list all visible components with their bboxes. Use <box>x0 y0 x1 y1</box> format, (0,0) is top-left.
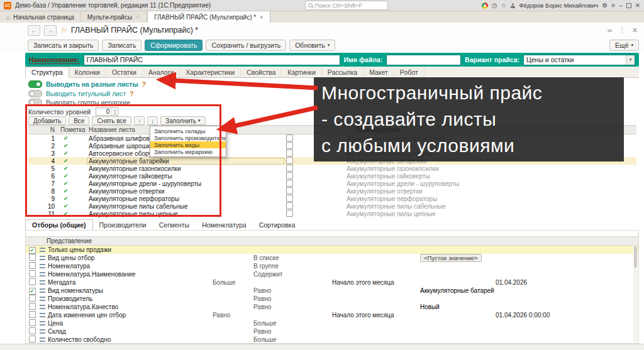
file-name-input[interactable] <box>386 55 461 65</box>
menu-item[interactable]: Заполнить виды <box>150 141 226 148</box>
save-close-button[interactable]: Записать и закрыть <box>28 40 99 51</box>
hint-question-icon[interactable]: ? <box>142 81 146 88</box>
row-check-icon[interactable]: ✔ <box>58 211 87 217</box>
checkbox-empty[interactable] <box>286 172 293 179</box>
filter-tab[interactable]: Отборы (общие) <box>25 219 93 231</box>
filter-checkbox[interactable] <box>29 295 36 302</box>
checkbox-empty[interactable] <box>286 195 293 202</box>
filter-checkbox[interactable] <box>29 311 36 318</box>
filter-checkbox[interactable]: ✔ <box>29 247 36 254</box>
add-row-button[interactable]: Добавить <box>28 116 66 125</box>
filter-row[interactable]: СкладРавно <box>26 327 638 336</box>
forward-button[interactable]: → <box>44 25 57 36</box>
generate-button[interactable]: Сформировать <box>145 40 203 51</box>
update-status-icon[interactable] <box>482 3 488 9</box>
levels-value[interactable]: 0 <box>96 108 111 115</box>
more-kebab-icon[interactable]: ⋮ <box>619 26 626 35</box>
service-menu-icon[interactable]: ≡ <box>611 3 615 9</box>
menu-item[interactable]: Заполнить производителей <box>150 134 226 141</box>
row-check-icon[interactable]: ✔ <box>58 158 87 164</box>
filter-checkbox[interactable] <box>29 270 36 277</box>
menu-item[interactable]: Заполнить иерархию <box>150 148 226 155</box>
row-check-icon[interactable]: ✔ <box>58 150 87 156</box>
form-tab[interactable]: Макет <box>364 67 394 77</box>
filter-checkbox[interactable] <box>29 319 36 326</box>
maximize-button[interactable] <box>626 3 631 8</box>
col-header-mark[interactable]: Пометка <box>58 126 87 133</box>
row-check-icon[interactable]: ✔ <box>58 135 87 141</box>
close-tab-icon[interactable]: ✕ <box>259 14 264 20</box>
checkbox-empty[interactable] <box>286 134 293 141</box>
table-row[interactable]: 6✔Аккумуляторные гайковертыАккумуляторны… <box>28 172 636 180</box>
stepper-arrows-icon[interactable]: ▲▼ <box>111 108 118 115</box>
form-tab[interactable]: Остатки <box>106 67 143 77</box>
levels-stepper[interactable]: 0 ▲▼ <box>96 107 118 116</box>
row-check-icon[interactable]: ✔ <box>58 188 87 194</box>
filter-row[interactable]: Номенклатура.КачествоРавноНовый <box>26 303 638 311</box>
checkbox-empty[interactable] <box>286 210 293 217</box>
checkbox-empty[interactable] <box>286 187 293 194</box>
more-button[interactable]: Ещё▾ <box>609 40 639 51</box>
filter-checkbox[interactable] <box>29 303 36 310</box>
pin-star-icon[interactable]: ☆ <box>135 14 140 20</box>
filter-tab[interactable]: Сортировка <box>253 220 302 230</box>
row-check-icon[interactable]: ✔ <box>58 143 87 149</box>
checkbox-empty[interactable] <box>286 202 293 209</box>
sheet-name-cell[interactable]: Аккумуляторные перфораторы <box>87 195 284 202</box>
global-search-input[interactable]: Поиск Ctrl+Shift+F <box>305 1 388 10</box>
sheet-name-cell[interactable]: Аккумуляторные отвертки <box>87 188 284 195</box>
chevron-down-icon[interactable]: ▾ <box>626 55 635 65</box>
form-tab[interactable]: Свойства <box>241 67 282 77</box>
table-row[interactable]: 5✔Аккумуляторные газонокосилкиАккумулято… <box>28 165 636 172</box>
menu-item[interactable]: Заполнить склады <box>150 128 226 134</box>
filter-checkbox[interactable] <box>29 262 36 269</box>
form-tab[interactable]: Характеристики <box>180 67 241 77</box>
filter-row[interactable]: ПроизводительРавно <box>26 295 638 303</box>
hint-question-icon[interactable]: ? <box>130 90 133 97</box>
filter-tab[interactable]: Сегменты <box>153 220 196 230</box>
form-tab[interactable]: Колонки <box>69 67 106 77</box>
row-check-icon[interactable]: ✔ <box>58 165 87 172</box>
history-icon[interactable]: ◷ <box>492 3 497 9</box>
checkbox-empty[interactable] <box>286 142 293 149</box>
close-window-button[interactable]: ✕ <box>635 3 640 9</box>
form-tab[interactable]: Картинки <box>282 67 322 77</box>
filter-tab[interactable]: Производители <box>93 220 153 230</box>
sheet-name-cell[interactable]: Аккумуляторные дрели - шуруповерты <box>87 180 284 187</box>
close-form-icon[interactable]: ✕ <box>632 26 638 35</box>
filter-checkbox[interactable]: ✔ <box>29 288 36 295</box>
toggle-switch[interactable] <box>28 99 42 106</box>
current-user[interactable]: Фёдоров Борис Михайлович <box>519 2 598 9</box>
col-header-n[interactable]: N <box>28 126 58 133</box>
table-row[interactable]: 10✔Аккумуляторные пилы сабельныеАккумуля… <box>28 202 636 210</box>
vertical-scrollbar[interactable] <box>633 246 638 342</box>
form-tab[interactable]: Аналоги <box>143 67 180 77</box>
toggle-switch[interactable] <box>28 90 42 97</box>
filter-checkbox[interactable] <box>29 336 36 342</box>
uncheck-all-button[interactable]: Снять все <box>92 116 131 125</box>
price-variant-select[interactable]: Цены и остатки ▾ <box>523 55 635 65</box>
toggle-hierarchy-groups[interactable]: Выводить группы иерархии <box>28 99 130 106</box>
row-check-icon[interactable]: ✔ <box>58 203 87 209</box>
move-down-button[interactable]: ↓ <box>147 116 158 125</box>
form-tab[interactable]: Робот <box>394 67 425 77</box>
favorites-star-icon[interactable]: ☆ <box>501 3 507 9</box>
table-row[interactable]: 11✔Аккумуляторные пилы цепныеАккумулятор… <box>28 210 636 217</box>
filter-row[interactable]: МегадатаБольшеНачало этого месяца01.04.2… <box>26 278 638 287</box>
scrollbar-thumb[interactable] <box>634 246 637 268</box>
toggle-title-sheet[interactable]: Выводить титульный лист ? <box>28 90 133 97</box>
filter-row[interactable]: Вид цены отборВ списке<Пустое значение> <box>26 254 638 262</box>
back-button[interactable]: ← <box>28 25 40 36</box>
sheet-name-cell[interactable]: Аккумуляторные батарейки <box>87 158 284 165</box>
filter-row[interactable]: Дата изменения цен отборРавноНачало этог… <box>26 311 638 319</box>
refresh-button[interactable]: Обновить▾ <box>289 40 335 51</box>
sheet-name-cell[interactable]: Аккумуляторные гайковерты <box>87 173 284 180</box>
row-check-icon[interactable]: ✔ <box>58 173 87 179</box>
save-export-button[interactable]: Сохранить / выгрузить <box>206 40 286 51</box>
filter-row[interactable]: Количество свободноБольше <box>26 336 638 344</box>
row-check-icon[interactable]: ✔ <box>58 180 87 187</box>
sheet-name-cell[interactable]: Аккумуляторные пилы цепные <box>87 211 284 217</box>
form-tab[interactable]: Рассылка <box>322 67 364 77</box>
table-row[interactable]: 8✔Аккумуляторные отверткиАккумуляторные … <box>28 187 636 195</box>
minimize-button[interactable]: – <box>619 3 623 9</box>
